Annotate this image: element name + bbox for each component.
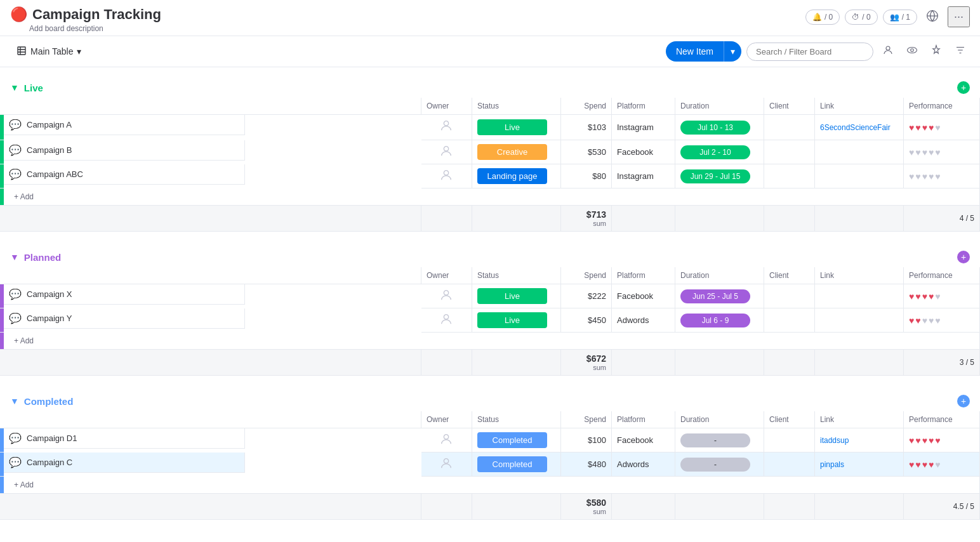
row-duration[interactable]: Jul 10 - 13 — [675, 115, 764, 140]
th-platform-completed: Platform — [612, 411, 675, 428]
group-planned-toggle[interactable]: ▼ — [10, 252, 19, 262]
add-row-label[interactable]: + Add — [4, 477, 980, 494]
main-table-btn[interactable]: Main Table ▾ — [10, 42, 88, 62]
add-to-planned-btn[interactable]: + — [957, 251, 970, 263]
th-perf-planned: Performance — [904, 267, 980, 284]
filter-btn[interactable] — [951, 42, 970, 61]
add-item-row[interactable]: + Add — [0, 188, 980, 206]
new-item-btn[interactable]: New Item ▾ — [666, 41, 741, 62]
heart-4: ♥ — [929, 122, 934, 133]
row-performance[interactable]: ♥ ♥ ♥ ♥ ♥ — [904, 115, 980, 140]
row-performance[interactable]: ♥ ♥ ♥ ♥ ♥ — [904, 140, 980, 164]
eye-btn[interactable] — [903, 42, 922, 61]
svg-point-2 — [886, 46, 890, 50]
search-input[interactable] — [746, 43, 873, 61]
activity-btn[interactable]: ⏱ / 0 — [845, 10, 877, 25]
row-link[interactable] — [815, 284, 904, 308]
chat-icon[interactable]: 💬 — [9, 119, 22, 131]
row-duration[interactable]: - — [675, 428, 764, 453]
row-performance[interactable]: ♥ ♥ ♥ ♥ ♥ — [904, 164, 980, 188]
row-performance[interactable]: ♥♥♥♥♥ — [904, 428, 980, 453]
table-row: 💬 Campaign C Completed $480 Adwords - pi… — [0, 453, 980, 477]
add-item-row[interactable]: + Add — [0, 333, 980, 350]
row-status[interactable]: Completed — [472, 453, 561, 477]
row-performance[interactable]: ♥♥♥♥♥ — [904, 453, 980, 477]
sum-row: $580 sum 4.5 / 5 — [0, 494, 980, 520]
campaign-name: Campaign ABC — [27, 169, 83, 179]
row-link[interactable]: itaddsup — [815, 428, 904, 453]
svg-rect-1 — [18, 47, 25, 55]
sum-perf-planned: 3 / 5 — [904, 350, 980, 376]
invite-btn[interactable] — [922, 7, 943, 27]
row-duration[interactable]: Jun 29 - Jul 15 — [675, 164, 764, 188]
row-performance[interactable]: ♥♥♥♥♥ — [904, 308, 980, 333]
chat-icon[interactable]: 💬 — [9, 144, 22, 156]
group-completed-title[interactable]: Completed — [24, 396, 74, 407]
notifications-btn[interactable]: 🔔 / 0 — [805, 10, 840, 25]
row-link[interactable] — [815, 164, 904, 188]
add-to-completed-btn[interactable]: + — [957, 395, 970, 407]
group-live-title[interactable]: Live — [24, 83, 43, 93]
chat-icon[interactable]: 💬 — [9, 288, 22, 300]
row-status[interactable]: Landing page — [472, 164, 561, 188]
row-platform: Facebook — [612, 428, 675, 453]
row-status[interactable]: Live — [472, 115, 561, 140]
campaign-name: Campaign B — [27, 145, 72, 155]
chat-icon[interactable]: 💬 — [9, 168, 22, 180]
more-btn[interactable]: ··· — [948, 6, 970, 27]
chat-icon[interactable]: 💬 — [9, 432, 22, 444]
link-value: pinpals — [820, 460, 844, 469]
row-duration[interactable]: Jul 2 - 10 — [675, 140, 764, 164]
chat-icon[interactable]: 💬 — [9, 312, 22, 324]
row-link[interactable] — [815, 140, 904, 164]
add-to-live-btn[interactable]: + — [957, 81, 970, 94]
row-owner — [421, 164, 472, 188]
status-badge: Creative — [477, 144, 547, 160]
pin-btn[interactable] — [927, 42, 946, 61]
row-client — [764, 140, 815, 164]
group-completed-toggle[interactable]: ▼ — [10, 396, 19, 406]
group-planned-title[interactable]: Planned — [24, 252, 61, 263]
add-row-label[interactable]: + Add — [4, 333, 980, 350]
row-status[interactable]: Creative — [472, 140, 561, 164]
sum-empty-2 — [421, 206, 472, 232]
row-duration[interactable]: Jul 6 - 9 — [675, 308, 764, 333]
board-description[interactable]: Add board description — [29, 24, 161, 33]
table-row: 💬 Campaign D1 Completed $100 Facebook - … — [0, 428, 980, 453]
heart-5: ♥ — [935, 147, 940, 157]
planned-table: Owner Status Spend Platform Duration Cli… — [0, 267, 980, 376]
new-item-dropdown-icon[interactable]: ▾ — [724, 41, 741, 62]
sum-empty-6 — [764, 206, 815, 232]
completed-table: Owner Status Spend Platform Duration Cli… — [0, 411, 980, 520]
svg-point-11 — [444, 291, 449, 295]
status-badge: Live — [477, 288, 547, 304]
person-filter-btn[interactable] — [878, 42, 897, 61]
sum-spend-planned: $672 sum — [561, 350, 612, 376]
campaign-name: Campaign Y — [27, 314, 72, 323]
th-owner-planned: Owner — [421, 267, 472, 284]
add-row-label[interactable]: + Add — [4, 188, 980, 206]
row-owner — [421, 115, 472, 140]
sum-spend-completed: $580 sum — [561, 494, 612, 520]
row-status[interactable]: Live — [472, 284, 561, 308]
row-performance[interactable]: ♥♥♥♥♥ — [904, 284, 980, 308]
row-status[interactable]: Completed — [472, 428, 561, 453]
row-link[interactable]: 6SecondScienceFair — [815, 115, 904, 140]
row-duration[interactable]: - — [675, 453, 764, 477]
th-link-planned: Link — [815, 267, 904, 284]
members-btn[interactable]: 👥 / 1 — [883, 10, 917, 25]
row-status[interactable]: Live — [472, 308, 561, 333]
row-name: 💬 Campaign B — [4, 140, 245, 161]
add-item-row[interactable]: + Add — [0, 477, 980, 494]
header-actions: 🔔 / 0 ⏱ / 0 👥 / 1 ··· — [805, 6, 970, 27]
group-live-toggle[interactable]: ▼ — [10, 83, 19, 93]
campaign-name: Campaign C — [27, 458, 72, 467]
row-link[interactable]: pinpals — [815, 453, 904, 477]
row-link[interactable] — [815, 308, 904, 333]
svg-point-8 — [444, 121, 449, 126]
chat-icon[interactable]: 💬 — [9, 456, 22, 468]
row-name: 💬 Campaign ABC — [4, 164, 245, 185]
row-duration[interactable]: Jun 25 - Jul 5 — [675, 284, 764, 308]
campaign-name: Campaign A — [27, 120, 72, 129]
row-owner — [421, 140, 472, 164]
